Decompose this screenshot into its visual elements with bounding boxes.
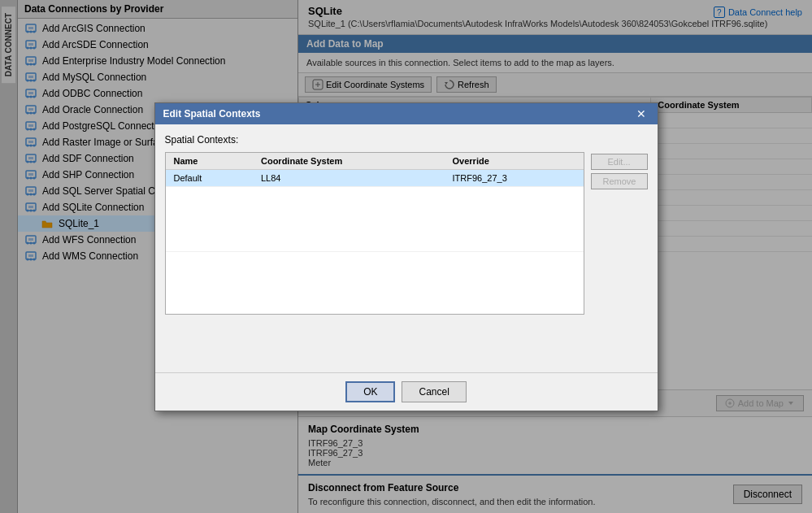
modal-close-button[interactable]: ✕ — [633, 107, 649, 120]
modal-overlay: Edit Spatial Contexts ✕ Spatial Contexts… — [0, 0, 812, 513]
modal-button-column: Edit... Remove — [591, 152, 648, 315]
modal-cell-coordsys: LL84 — [253, 169, 445, 186]
modal-table-row — [166, 186, 584, 251]
modal-content-row: Name Coordinate System Override Default … — [165, 152, 648, 315]
modal-edit-button[interactable]: Edit... — [591, 154, 648, 170]
modal-col-coordsys: Coordinate System — [253, 153, 445, 170]
modal-table-wrapper: Name Coordinate System Override Default … — [165, 152, 584, 315]
modal-label: Spatial Contexts: — [165, 134, 648, 146]
edit-spatial-contexts-modal: Edit Spatial Contexts ✕ Spatial Contexts… — [154, 102, 658, 411]
modal-col-name: Name — [166, 153, 253, 170]
modal-col-override: Override — [445, 153, 584, 170]
modal-cancel-button[interactable]: Cancel — [402, 381, 466, 402]
modal-title: Edit Spatial Contexts — [163, 108, 261, 120]
modal-remove-button[interactable]: Remove — [591, 173, 648, 189]
modal-footer: OK Cancel — [155, 372, 658, 411]
modal-cell-override: ITRF96_27_3 — [445, 169, 584, 186]
modal-body: Spatial Contexts: Name Coordinate System… — [155, 124, 658, 372]
modal-table-row[interactable]: Default LL84 ITRF96_27_3 — [166, 169, 584, 186]
modal-cell-name: Default — [166, 169, 253, 186]
modal-table: Name Coordinate System Override Default … — [166, 153, 584, 252]
modal-table-container: Name Coordinate System Override Default … — [165, 152, 584, 315]
modal-ok-button[interactable]: OK — [345, 381, 395, 402]
modal-titlebar: Edit Spatial Contexts ✕ — [155, 103, 658, 124]
